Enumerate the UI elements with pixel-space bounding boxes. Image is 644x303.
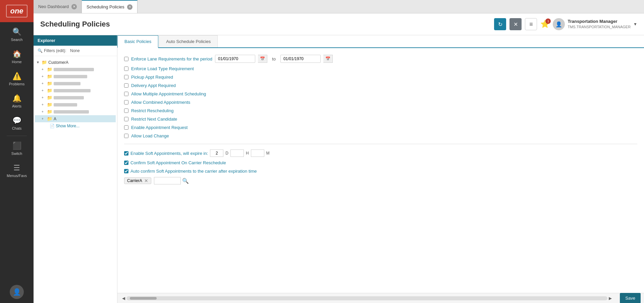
menu-button[interactable]: ≡ (525, 18, 537, 30)
sidebar-label-switch: Switch (11, 152, 22, 156)
allow-multiple-label[interactable]: Allow Multiple Appointment Scheduling (131, 91, 206, 96)
search-icon: 🔍 (12, 28, 21, 36)
date-from-input[interactable] (215, 55, 255, 63)
allow-combined-label[interactable]: Allow Combined Appointments (131, 100, 190, 105)
sidebar-item-alerts[interactable]: 🔔 Alerts (0, 90, 34, 112)
right-content: Basic Policies Auto Schedule Policies En… (117, 35, 644, 303)
tree-item-root[interactable]: ▼ 📁 CustomerA (35, 59, 116, 66)
tree-item-5[interactable]: + 📁 (35, 94, 116, 101)
d-label: D (225, 151, 228, 156)
filter-icon: 🔍 (38, 48, 43, 53)
carrier-search-input[interactable] (154, 177, 181, 184)
tree-toggle-7: + (42, 110, 46, 114)
tab-neo-dashboard-close[interactable]: ✕ (71, 4, 77, 9)
show-more-icon: 📄 (50, 124, 55, 128)
restrict-reschedule-checkbox[interactable] (124, 109, 128, 113)
page-header: Scheduling Policies ↻ ✕ ≡ ⭐ 1 👤 Transpor… (34, 13, 644, 35)
restrict-reschedule-label[interactable]: Restrict Rescheduling (131, 108, 173, 113)
tree-item-7[interactable]: + 📁 (35, 108, 116, 115)
tree-item-a[interactable]: + 📁 A (35, 115, 116, 122)
enable-appt-req-checkbox[interactable] (124, 125, 128, 130)
enforce-load-type-label[interactable]: Enforce Load Type Requirement (131, 66, 194, 71)
restrict-next-checkbox[interactable] (124, 117, 128, 121)
tree-item-6[interactable]: + 📁 (35, 101, 116, 108)
filters-edit-link[interactable] (68, 48, 69, 53)
allow-multiple-checkbox[interactable] (124, 92, 128, 96)
delivery-appt-label[interactable]: Delivery Appt Required (131, 83, 176, 88)
tab-scheduling-policies-close[interactable]: ✕ (127, 4, 132, 10)
expire-value-input[interactable] (210, 149, 223, 157)
confirm-soft-label[interactable]: Confirm Soft Appointment On Carrier Resc… (130, 160, 226, 165)
pickup-appt-checkbox[interactable] (124, 75, 128, 79)
user-avatar: 👤 (553, 18, 565, 30)
app-logo[interactable]: one (0, 0, 34, 22)
notification-button[interactable]: ⭐ 1 (540, 20, 549, 29)
enforce-lane-checkbox[interactable] (124, 57, 128, 61)
tree-label-blurred-5 (54, 96, 84, 99)
scroll-left-arrow[interactable]: ◀ (121, 296, 126, 301)
enable-soft-appt-checkbox[interactable] (124, 151, 128, 156)
tab-scheduling-policies[interactable]: Scheduling Policies ✕ (82, 0, 138, 13)
enforce-lane-label[interactable]: Enforce Lane Requirements for the period (131, 56, 212, 61)
user-avatar-sidebar[interactable]: 👤 (10, 285, 24, 299)
sidebar-item-menus[interactable]: ☰ Menus/Favs (0, 160, 34, 182)
confirm-soft-row: Confirm Soft Appointment On Carrier Resc… (124, 160, 637, 165)
tab-auto-schedule[interactable]: Auto Schedule Policies (159, 35, 218, 47)
tree-item-3[interactable]: + 📁 (35, 80, 116, 87)
close-button[interactable]: ✕ (509, 18, 522, 30)
allow-combined-checkbox[interactable] (124, 100, 128, 104)
horizontal-scrollbar[interactable] (126, 296, 607, 300)
checkbox-row-allow-combined: Allow Combined Appointments (124, 100, 637, 105)
date-to-input[interactable] (280, 55, 321, 63)
date-from-calendar[interactable]: 📅 (258, 55, 267, 63)
pickup-appt-label[interactable]: Pickup Appt Required (131, 75, 173, 80)
tree-item-1[interactable]: + 📁 (35, 66, 116, 73)
auto-confirm-label[interactable]: Auto confirm Soft Appointments to the ca… (130, 169, 257, 174)
allow-load-change-label[interactable]: Allow Load Change (131, 133, 169, 138)
tree-item-4[interactable]: + 📁 (35, 87, 116, 94)
policy-content: Enforce Lane Requirements for the period… (117, 48, 644, 293)
enable-appt-req-label[interactable]: Enable Appointment Request (131, 125, 187, 130)
scroll-right-arrow[interactable]: ▶ (607, 296, 613, 301)
refresh-button[interactable]: ↻ (494, 18, 506, 30)
carrier-chip-remove[interactable]: ✕ (144, 178, 148, 183)
sidebar-item-chats[interactable]: 💬 Chats (0, 112, 34, 134)
carrier-search-button[interactable]: 🔍 (182, 178, 189, 184)
user-section[interactable]: 👤 Transportation Manager TMS.TRANSPORTAT… (553, 18, 637, 30)
confirm-soft-checkbox[interactable] (124, 161, 128, 165)
expire-minutes-input[interactable] (251, 149, 264, 157)
show-more-link[interactable]: 📄 Show More... (35, 122, 116, 130)
date-to-calendar[interactable]: 📅 (323, 55, 333, 63)
tree-toggle-1: + (42, 68, 46, 71)
sidebar-item-search[interactable]: 🔍 Search (0, 24, 34, 46)
soft-appt-enable-row: Enable Soft Appointments, will expire in… (124, 149, 637, 157)
restrict-next-label[interactable]: Restrict Next Candidate (131, 117, 177, 122)
sidebar-item-problems[interactable]: ⚠️ Problems (0, 68, 34, 90)
auto-confirm-row: Auto confirm Soft Appointments to the ca… (124, 169, 637, 174)
tree-toggle-4: + (42, 89, 46, 92)
explorer-header: Explorer (34, 35, 117, 46)
tree-folder-2: 📁 (47, 74, 52, 79)
allow-load-change-checkbox[interactable] (124, 134, 128, 138)
sidebar-item-home[interactable]: 🏠 Home (0, 46, 34, 68)
sidebar-label-alerts: Alerts (12, 104, 21, 108)
sidebar-item-switch[interactable]: ⬛ Switch (0, 137, 34, 160)
enable-soft-appt-label[interactable]: Enable Soft Appointments, will expire in… (130, 151, 208, 156)
carrier-search-row: CarrierA ✕ 🔍 (124, 177, 637, 184)
tab-neo-dashboard[interactable]: Neo Dashboard ✕ (34, 0, 82, 13)
enforce-load-type-checkbox[interactable] (124, 67, 128, 71)
auto-confirm-checkbox[interactable] (124, 169, 128, 173)
delivery-appt-checkbox[interactable] (124, 83, 128, 88)
tree-folder-a: 📁 (47, 116, 52, 121)
main-area: Neo Dashboard ✕ Scheduling Policies ✕ Sc… (34, 0, 644, 303)
save-button[interactable]: Save (620, 293, 641, 303)
tab-basic-policies[interactable]: Basic Policies (117, 35, 158, 48)
chats-icon: 💬 (12, 116, 21, 125)
problems-icon: ⚠️ (12, 72, 21, 81)
expire-hours-input[interactable] (230, 149, 244, 157)
alerts-icon: 🔔 (12, 94, 21, 103)
tree-item-2[interactable]: + 📁 (35, 73, 116, 80)
tree-folder-3: 📁 (47, 81, 52, 86)
sidebar-label-home: Home (12, 60, 21, 64)
tab-bar: Neo Dashboard ✕ Scheduling Policies ✕ (34, 0, 644, 13)
